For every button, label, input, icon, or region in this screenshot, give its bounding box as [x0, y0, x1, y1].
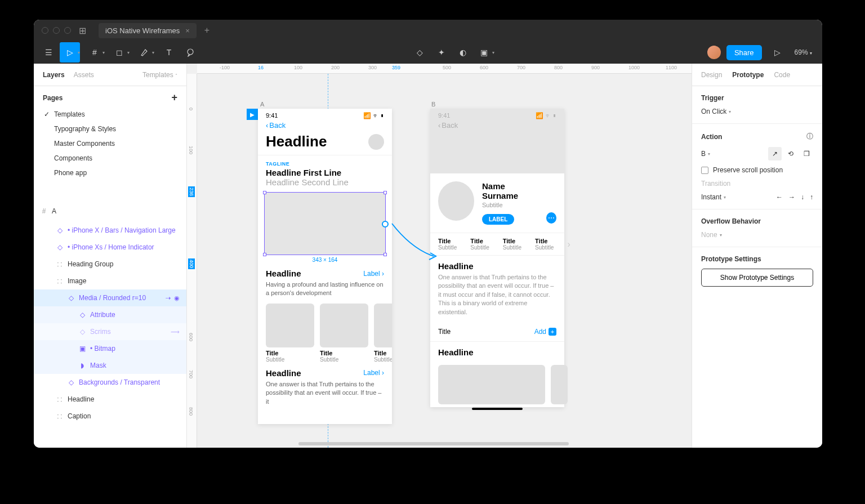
layer-item[interactable]: ⸬Heading Group: [34, 256, 186, 273]
add-tab-button[interactable]: +: [204, 25, 209, 35]
action-target-select[interactable]: B▾: [701, 150, 710, 158]
text-tool[interactable]: T: [159, 42, 179, 63]
page-item[interactable]: Templates: [43, 107, 177, 122]
tab-layers[interactable]: Layers: [43, 71, 65, 79]
frame-b[interactable]: 9:41📶 ᯤ ▮ ‹Back Name Surname Subtitle LA…: [430, 109, 564, 407]
component-icon[interactable]: ✦: [431, 42, 452, 63]
lock-icon: ⇢: [166, 295, 171, 302]
tab-code[interactable]: Code: [774, 71, 790, 79]
component-icon: ◇: [79, 328, 86, 335]
apps-grid-icon[interactable]: ⊞: [79, 25, 86, 36]
transition-label: Transition: [701, 180, 730, 188]
layer-item[interactable]: ◇Backgrounds / Transparent: [34, 374, 186, 391]
profile-name: Name Surname: [482, 181, 538, 200]
overlay-icon[interactable]: ❒: [800, 147, 813, 160]
page-item[interactable]: Master Components: [43, 136, 177, 151]
component-icon: ◇: [68, 295, 74, 301]
title-bar: ⊞ iOS Native Wireframes × +: [34, 20, 822, 41]
frame-tool[interactable]: #: [84, 42, 105, 63]
section-headline: Headline: [438, 347, 474, 357]
user-avatar[interactable]: [707, 46, 721, 59]
present-icon[interactable]: ▷: [768, 42, 788, 63]
page-item[interactable]: Phone app: [43, 166, 177, 180]
svg-point-0: [188, 49, 193, 55]
help-icon[interactable]: ⓘ: [806, 132, 813, 141]
direction-up-icon[interactable]: ↑: [810, 193, 813, 201]
page-item[interactable]: Typography & Styles: [43, 122, 177, 136]
comment-tool[interactable]: [180, 42, 200, 63]
back-button: ‹Back: [258, 118, 392, 133]
layer-item[interactable]: ◇Attribute: [34, 306, 186, 323]
layer-item[interactable]: ◇• iPhone Xs / Home Indicator: [34, 239, 186, 256]
close-icon[interactable]: ×: [185, 26, 190, 35]
component-back-icon[interactable]: ◇: [410, 42, 430, 63]
visible-icon: ◉: [174, 295, 180, 302]
frame-header[interactable]: #A: [34, 203, 186, 220]
tab-item: TitleSubtitle: [470, 238, 489, 251]
chevron-left-icon: ‹: [266, 121, 268, 130]
tab-templates[interactable]: Templates ˄: [142, 71, 177, 79]
traffic-lights[interactable]: [42, 27, 71, 34]
tab-design[interactable]: Design: [701, 71, 722, 79]
swap-icon[interactable]: ⟲: [784, 147, 797, 160]
section-link: Label ›: [363, 270, 384, 278]
mask-icon[interactable]: ◐: [453, 42, 473, 63]
tab-assets[interactable]: Assets: [74, 71, 94, 79]
status-icons: 📶 ᯤ ▮: [536, 112, 556, 119]
card: [438, 365, 545, 404]
move-tool[interactable]: ▷: [60, 42, 80, 63]
animation-select[interactable]: Instant▾: [701, 193, 726, 201]
add-page-button[interactable]: +: [171, 92, 177, 104]
tab-prototype[interactable]: Prototype: [732, 71, 764, 79]
menu-icon[interactable]: ☰: [38, 42, 59, 63]
pen-tool[interactable]: [134, 42, 154, 63]
right-panel: Design Prototype Code Trigger On Click▾ …: [692, 64, 822, 448]
layer-item-selected[interactable]: ◇Media / Rounded r=10⇢◉: [34, 289, 186, 306]
page-item[interactable]: Components: [43, 151, 177, 166]
layer-item[interactable]: ⸬Caption: [34, 408, 186, 425]
card: [551, 365, 568, 404]
proto-settings-label: Prototype Settings: [701, 255, 813, 263]
boolean-icon[interactable]: ▣: [474, 42, 494, 63]
share-button[interactable]: Share: [726, 45, 762, 60]
component-icon: ◇: [56, 227, 63, 234]
shape-tool[interactable]: ◻: [109, 42, 130, 63]
frame-label-b[interactable]: B: [431, 101, 435, 108]
row-title: Title: [438, 328, 451, 336]
selected-element[interactable]: [265, 193, 385, 255]
frame-a[interactable]: 9:41📶 ᯤ ▮ ‹Back Headline TAGLINE Headlin…: [258, 109, 392, 424]
layer-item[interactable]: ◗Mask: [34, 357, 186, 374]
group-icon: ⸬: [56, 278, 63, 284]
show-prototype-settings-button[interactable]: Show Prototype Settings: [701, 269, 813, 287]
navigate-icon[interactable]: ↗: [768, 147, 782, 160]
group-icon: ⸬: [56, 413, 63, 420]
overflow-select[interactable]: None▾: [701, 231, 813, 239]
selection-dimensions: 343 × 164: [258, 257, 392, 263]
direction-left-icon[interactable]: ←: [776, 193, 783, 201]
layer-item[interactable]: ▣• Bitmap: [34, 340, 186, 357]
prototype-start-icon[interactable]: ▶: [247, 109, 258, 120]
image-icon: ▣: [79, 345, 86, 352]
action-label: Action: [701, 133, 722, 141]
layer-item[interactable]: ◇• iPhone X / Bars / Navigation Large: [34, 222, 186, 239]
canvas-area[interactable]: -100 16 100 200 300 359 500 600 700 800 …: [187, 64, 692, 448]
trigger-select[interactable]: On Click▾: [701, 108, 813, 115]
horizontal-scrollbar[interactable]: [298, 442, 569, 445]
prototype-connection-handle[interactable]: [382, 221, 389, 228]
section-link: Label ›: [363, 369, 384, 377]
document-tab[interactable]: iOS Native Wireframes ×: [99, 23, 197, 38]
preserve-scroll-checkbox[interactable]: Preserve scroll position: [701, 166, 783, 174]
layer-item[interactable]: ⸬Headline: [34, 391, 186, 408]
direction-down-icon[interactable]: ↓: [801, 193, 804, 201]
section-headline: Headline: [438, 261, 474, 271]
overflow-label: Overflow Behavior: [701, 217, 813, 225]
profile-subtitle: Subtitle: [482, 202, 538, 208]
zoom-level[interactable]: 69% ▾: [789, 48, 818, 56]
hidden-icon: ⟿: [171, 328, 180, 336]
status-time: 9:41: [438, 112, 450, 119]
layer-item[interactable]: ◇Scrims⟿: [34, 323, 186, 340]
headline-first: Headline First Line: [258, 168, 392, 177]
frame-label-a[interactable]: A: [260, 101, 264, 108]
layer-item[interactable]: ⸬Image: [34, 273, 186, 289]
direction-right-icon[interactable]: →: [788, 193, 795, 201]
